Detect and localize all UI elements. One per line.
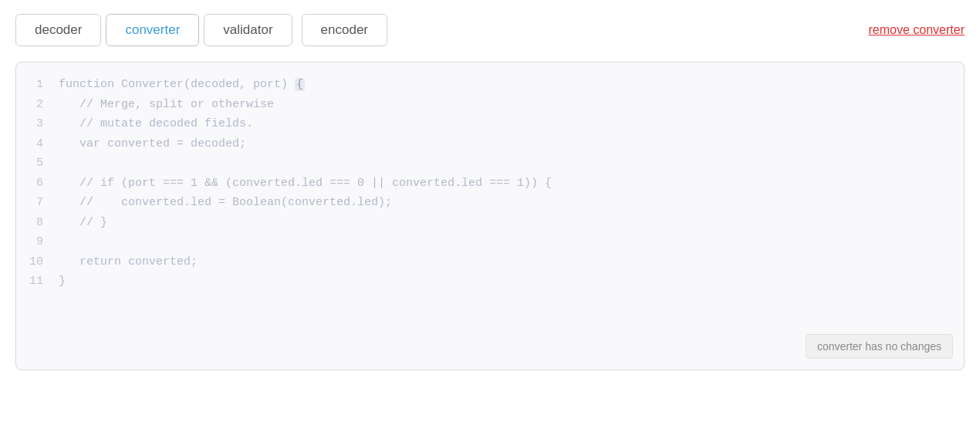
table-row: 4 var converted = decoded; xyxy=(16,134,964,154)
tab-encoder[interactable]: encoder xyxy=(302,14,387,46)
line-number-4: 4 xyxy=(16,134,59,154)
status-badge: converter has no changes xyxy=(806,334,953,359)
line-content-1: function Converter(decoded, port) { xyxy=(59,75,964,95)
code-editor[interactable]: 1 function Converter(decoded, port) { 2 … xyxy=(15,62,965,370)
line-number-7: 7 xyxy=(16,193,59,213)
line-content-5 xyxy=(59,154,964,174)
line-content-6: // if (port === 1 && (converted.led === … xyxy=(59,174,964,194)
table-row: 10 return converted; xyxy=(16,252,964,272)
table-row: 3 // mutate decoded fields. xyxy=(16,114,964,134)
table-row: 11 } xyxy=(16,272,964,292)
line-content-7: // converted.led = Boolean(converted.led… xyxy=(59,193,964,213)
tabs-bar: decoder converter validator encoder remo… xyxy=(15,14,965,46)
line-number-11: 11 xyxy=(16,272,59,292)
table-row: 5 xyxy=(16,154,964,174)
tab-decoder[interactable]: decoder xyxy=(15,14,101,46)
line-number-1: 1 xyxy=(16,75,59,95)
tab-validator[interactable]: validator xyxy=(204,14,292,46)
line-content-4: var converted = decoded; xyxy=(59,134,964,154)
line-content-3: // mutate decoded fields. xyxy=(59,114,964,134)
line-number-10: 10 xyxy=(16,252,59,272)
table-row: 8 // } xyxy=(16,213,964,233)
line-number-2: 2 xyxy=(16,95,59,115)
line-number-6: 6 xyxy=(16,174,59,194)
table-row: 1 function Converter(decoded, port) { xyxy=(16,75,964,95)
line-content-11: } xyxy=(59,272,964,292)
code-lines: 1 function Converter(decoded, port) { 2 … xyxy=(16,75,964,292)
line-number-9: 9 xyxy=(16,232,59,252)
line-content-8: // } xyxy=(59,213,964,233)
table-row: 6 // if (port === 1 && (converted.led ==… xyxy=(16,174,964,194)
line-number-8: 8 xyxy=(16,213,59,233)
table-row: 9 xyxy=(16,232,964,252)
line-number-5: 5 xyxy=(16,154,59,174)
table-row: 7 // converted.led = Boolean(converted.l… xyxy=(16,193,964,213)
remove-converter-link[interactable]: remove converter xyxy=(869,23,965,37)
line-content-10: return converted; xyxy=(59,252,964,272)
line-number-3: 3 xyxy=(16,114,59,134)
table-row: 2 // Merge, split or otherwise xyxy=(16,95,964,115)
line-content-9 xyxy=(59,232,964,252)
tab-converter[interactable]: converter xyxy=(106,14,199,46)
line-content-2: // Merge, split or otherwise xyxy=(59,95,964,115)
